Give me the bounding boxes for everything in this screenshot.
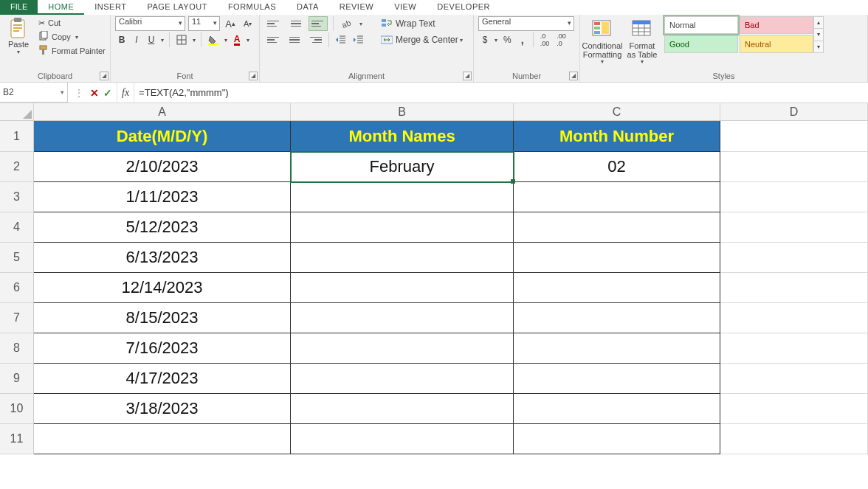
cell[interactable]: 5/12/2023 <box>34 212 291 243</box>
align-middle-icon[interactable] <box>286 16 306 31</box>
cell[interactable] <box>291 394 514 424</box>
chevron-down-icon[interactable]: ▾ <box>159 37 165 44</box>
row-header[interactable]: 10 <box>0 394 34 424</box>
row-header[interactable]: 3 <box>0 182 34 212</box>
style-gallery-scroll[interactable]: ▴ ▾ ▾ <box>813 16 824 53</box>
chevron-down-icon[interactable]: ▾ <box>493 37 499 44</box>
cell[interactable] <box>291 303 514 333</box>
chevron-down-icon[interactable]: ▾ <box>191 37 197 44</box>
cell[interactable] <box>291 424 514 454</box>
percent-format-button[interactable]: % <box>500 32 514 47</box>
dialog-launcher-icon[interactable]: ◢ <box>249 72 258 80</box>
row-header[interactable]: 11 <box>0 424 34 454</box>
accounting-format-button[interactable]: $ <box>478 32 492 47</box>
cell[interactable]: 2/10/2023 <box>34 152 291 182</box>
row-header[interactable]: 8 <box>0 333 34 364</box>
cell[interactable]: 1/11/2023 <box>34 182 291 212</box>
align-top-icon[interactable] <box>264 16 283 31</box>
chevron-down-icon[interactable]: ▾ <box>814 29 823 41</box>
cell[interactable] <box>514 333 720 364</box>
tab-view[interactable]: VIEW <box>384 0 427 15</box>
cell[interactable] <box>720 394 868 424</box>
cell[interactable] <box>291 212 514 243</box>
cell[interactable] <box>720 182 868 212</box>
row-header[interactable]: 1 <box>0 121 34 152</box>
cell[interactable] <box>720 243 868 273</box>
cell[interactable] <box>291 182 514 212</box>
number-format-select[interactable]: General▾ <box>478 16 574 31</box>
increase-font-icon[interactable]: A▴ <box>223 16 238 31</box>
insert-function-button[interactable]: fx <box>117 83 134 103</box>
chevron-down-icon[interactable]: ▾ <box>223 37 229 44</box>
underline-button[interactable]: U <box>145 32 158 47</box>
cell[interactable] <box>720 273 868 303</box>
column-header[interactable]: B <box>291 103 514 121</box>
row-header[interactable]: 5 <box>0 243 34 273</box>
italic-button[interactable]: I <box>130 32 143 47</box>
paste-button[interactable]: Paste ▾ <box>4 16 32 55</box>
table-header-cell[interactable]: Date(M/D/Y) <box>34 121 291 152</box>
align-left-icon[interactable] <box>264 32 283 47</box>
more-icon[interactable]: ▾ <box>814 41 823 52</box>
cell[interactable] <box>514 243 720 273</box>
style-good[interactable]: Good <box>664 35 738 53</box>
cell[interactable] <box>291 243 514 273</box>
decrease-indent-icon[interactable] <box>333 32 349 47</box>
wrap-text-button[interactable]: Wrap Text <box>377 16 439 31</box>
table-header-cell[interactable]: Month Number <box>514 121 720 152</box>
chevron-down-icon[interactable]: ▾ <box>245 37 251 44</box>
cell[interactable] <box>514 182 720 212</box>
cell[interactable]: 7/16/2023 <box>34 333 291 364</box>
cell[interactable] <box>514 364 720 394</box>
font-size-select[interactable]: 11▾ <box>188 16 220 31</box>
dialog-launcher-icon[interactable]: ◢ <box>100 72 108 80</box>
chevron-up-icon[interactable]: ▴ <box>814 17 823 29</box>
chevron-down-icon[interactable]: ▾ <box>458 37 464 44</box>
dialog-launcher-icon[interactable]: ◢ <box>463 72 472 80</box>
tab-insert[interactable]: INSERT <box>84 0 137 15</box>
column-header[interactable]: D <box>720 103 868 121</box>
cell[interactable]: 02 <box>514 152 720 182</box>
cell[interactable] <box>291 273 514 303</box>
cell[interactable] <box>514 273 720 303</box>
cell-styles-gallery[interactable]: Normal Bad Good Neutral <box>664 16 813 53</box>
increase-indent-icon[interactable] <box>351 32 367 47</box>
row-header[interactable]: 2 <box>0 152 34 182</box>
borders-button[interactable] <box>173 32 190 47</box>
row-header[interactable]: 7 <box>0 303 34 333</box>
cancel-formula-icon[interactable]: ✕ <box>90 87 99 99</box>
name-box[interactable]: B2 ▾ <box>0 83 68 103</box>
cell[interactable]: 3/18/2023 <box>34 394 291 424</box>
chevron-down-icon[interactable]: ▾ <box>358 21 364 27</box>
chevron-down-icon[interactable]: ▾ <box>16 49 21 55</box>
align-center-icon[interactable] <box>285 32 304 47</box>
align-bottom-icon[interactable] <box>309 16 328 31</box>
cell[interactable] <box>720 424 868 454</box>
cell[interactable]: 8/15/2023 <box>34 303 291 333</box>
fill-color-button[interactable] <box>205 32 221 47</box>
tab-data[interactable]: DATA <box>286 0 329 15</box>
cell[interactable]: 12/14/2023 <box>34 273 291 303</box>
cell[interactable] <box>514 424 720 454</box>
accept-formula-icon[interactable]: ✓ <box>103 87 112 99</box>
formula-input[interactable]: =TEXT(A2,"mmmm") <box>134 83 868 103</box>
conditional-formatting-button[interactable]: Conditional Formatting▾ <box>585 16 620 66</box>
font-color-button[interactable]: A <box>230 32 244 47</box>
copy-button[interactable]: Copy ▾ <box>38 30 106 44</box>
font-name-select[interactable]: Calibri▾ <box>115 16 185 31</box>
cell[interactable] <box>720 303 868 333</box>
chevron-down-icon[interactable]: ▾ <box>74 34 80 41</box>
cut-button[interactable]: ✂ Cut <box>38 16 106 30</box>
align-right-icon[interactable] <box>306 32 325 47</box>
merge-center-button[interactable]: Merge & Center ▾ <box>377 32 468 47</box>
tab-developer[interactable]: DEVELOPER <box>427 0 500 15</box>
dropdown-icon[interactable]: ⋮ <box>72 86 86 100</box>
dialog-launcher-icon[interactable]: ◢ <box>569 72 578 80</box>
cell[interactable] <box>514 394 720 424</box>
select-all-corner[interactable] <box>0 103 34 121</box>
row-header[interactable]: 4 <box>0 212 34 243</box>
decrease-font-icon[interactable]: A▾ <box>241 16 255 31</box>
cell[interactable]: 4/17/2023 <box>34 364 291 394</box>
cell[interactable]: 6/13/2023 <box>34 243 291 273</box>
column-header[interactable]: A <box>34 103 291 121</box>
